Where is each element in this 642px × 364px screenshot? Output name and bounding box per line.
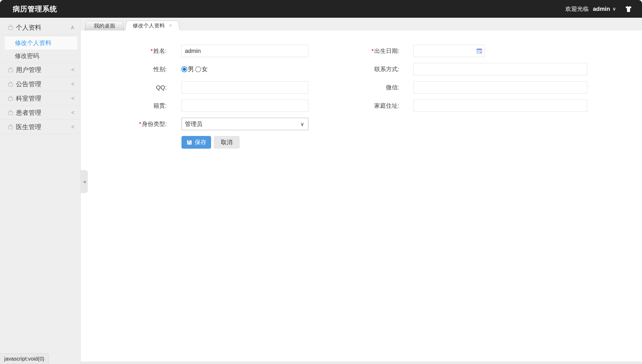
chevron-collapsed-icon: < bbox=[71, 110, 75, 116]
sidebar-group-label: 公告管理 bbox=[16, 80, 41, 88]
idtype-select[interactable]: 管理员 bbox=[181, 118, 308, 130]
name-input[interactable] bbox=[181, 45, 308, 57]
username: admin bbox=[593, 6, 610, 12]
sidebar-group-label: 用户管理 bbox=[16, 66, 41, 74]
sidebar-group-profile[interactable]: 个人资料 ∧ bbox=[0, 20, 80, 35]
welcome-text: 欢迎光临 bbox=[565, 5, 589, 13]
tab-my-desktop[interactable]: 我的桌面 bbox=[85, 21, 124, 30]
chevron-collapsed-icon: < bbox=[71, 81, 75, 87]
chevron-up-icon: ∧ bbox=[70, 25, 75, 30]
birthdate-label: *出生日期: bbox=[308, 47, 413, 55]
gender-label: 性别: bbox=[81, 65, 181, 73]
bag-icon bbox=[7, 95, 14, 102]
gender-option-male-label[interactable]: 男 bbox=[188, 65, 194, 73]
save-button[interactable]: 保存 bbox=[181, 136, 211, 149]
contact-input[interactable] bbox=[413, 63, 587, 75]
chevron-collapsed-icon: < bbox=[71, 95, 75, 101]
edit-profile-form: *姓名: *出生日期: bbox=[81, 45, 642, 149]
bag-icon bbox=[7, 81, 14, 87]
save-icon bbox=[186, 139, 193, 145]
sidebar-group-patients[interactable]: 患者管理 < bbox=[0, 106, 80, 120]
address-label: 家庭住址: bbox=[308, 102, 413, 110]
tab-content: *姓名: *出生日期: bbox=[81, 30, 642, 362]
status-bar: javascript:void(0) bbox=[0, 353, 49, 364]
bag-icon bbox=[7, 124, 14, 130]
form-row: *身份类型: 管理员 ∨ bbox=[81, 118, 642, 130]
idtype-field: 管理员 ∨ bbox=[181, 118, 308, 130]
qq-label: QQ: bbox=[81, 84, 181, 91]
chevron-down-icon: ∨ bbox=[612, 6, 616, 12]
hometown-input[interactable] bbox=[181, 99, 308, 112]
bottom-strip bbox=[81, 362, 642, 364]
form-buttons: 保存 取消 bbox=[181, 136, 642, 149]
user-menu[interactable]: admin ∨ bbox=[593, 6, 616, 12]
address-input[interactable] bbox=[413, 99, 587, 112]
calendar-icon[interactable] bbox=[476, 48, 482, 54]
chevron-collapsed-icon: < bbox=[71, 124, 75, 130]
birthdate-field bbox=[413, 45, 485, 57]
hometown-label: 籍贯: bbox=[81, 102, 181, 110]
sidebar-group-label: 科室管理 bbox=[16, 94, 41, 103]
sidebar-group-announcements[interactable]: 公告管理 < bbox=[0, 77, 80, 91]
required-marker: * bbox=[371, 48, 374, 54]
birthdate-input[interactable] bbox=[413, 45, 485, 57]
collapse-left-icon: ◀ bbox=[83, 179, 86, 184]
form-row: 籍贯: 家庭住址: bbox=[81, 99, 642, 112]
sidebar: 个人资料 ∧ 修改个人资料 修改密码 用户管理 < 公告管理 < 科室管理 bbox=[0, 18, 81, 364]
header-right: 欢迎光临 admin ∨ bbox=[565, 5, 632, 13]
sidebar-collapse-handle[interactable]: ◀ bbox=[81, 170, 88, 193]
status-text: javascript:void(0) bbox=[4, 356, 44, 362]
required-marker: * bbox=[139, 121, 141, 127]
sidebar-group-label: 患者管理 bbox=[16, 108, 41, 117]
gender-option-female-label[interactable]: 女 bbox=[202, 65, 208, 73]
sidebar-group-label: 个人资料 bbox=[16, 23, 41, 32]
main-area: 我的桌面 修改个人资料 × *姓名: *出生日期: bbox=[81, 18, 642, 362]
sidebar-submenu-profile: 修改个人资料 修改密码 bbox=[0, 35, 80, 63]
sidebar-item-change-password[interactable]: 修改密码 bbox=[5, 49, 77, 62]
bag-icon bbox=[7, 67, 14, 73]
tab-bar: 我的桌面 修改个人资料 × bbox=[81, 18, 642, 30]
required-marker: * bbox=[151, 48, 153, 54]
gender-radio-male[interactable] bbox=[181, 66, 187, 72]
name-label: *姓名: bbox=[81, 47, 181, 55]
form-row: QQ: 微信: bbox=[81, 81, 642, 94]
wechat-input[interactable] bbox=[413, 81, 587, 94]
tab-edit-profile[interactable]: 修改个人资料 × bbox=[125, 21, 180, 30]
qq-input[interactable] bbox=[181, 81, 308, 94]
gender-radio-female[interactable] bbox=[195, 66, 201, 72]
sidebar-group-departments[interactable]: 科室管理 < bbox=[0, 91, 80, 106]
theme-icon[interactable] bbox=[625, 5, 632, 13]
sidebar-item-edit-profile[interactable]: 修改个人资料 bbox=[5, 37, 77, 49]
cancel-button[interactable]: 取消 bbox=[214, 136, 240, 149]
bag-icon bbox=[7, 24, 14, 31]
wechat-label: 微信: bbox=[308, 84, 413, 92]
gender-radio-group: 男 女 bbox=[181, 65, 209, 73]
sidebar-group-doctors[interactable]: 医生管理 < bbox=[0, 120, 80, 134]
bag-icon bbox=[7, 110, 14, 116]
idtype-label: *身份类型: bbox=[81, 120, 181, 128]
sidebar-group-label: 医生管理 bbox=[16, 123, 41, 131]
chevron-collapsed-icon: < bbox=[71, 67, 75, 73]
form-row: 性别: 男 女 联系方式: bbox=[81, 63, 642, 75]
close-icon[interactable]: × bbox=[169, 23, 172, 28]
tab-label: 修改个人资料 bbox=[132, 21, 165, 30]
form-row: *姓名: *出生日期: bbox=[81, 45, 642, 57]
save-button-label: 保存 bbox=[195, 138, 206, 146]
sidebar-group-users[interactable]: 用户管理 < bbox=[0, 63, 80, 77]
contact-label: 联系方式: bbox=[308, 65, 413, 73]
app-title: 病历管理系统 bbox=[13, 4, 57, 14]
app-header: 病历管理系统 欢迎光临 admin ∨ bbox=[0, 0, 642, 18]
